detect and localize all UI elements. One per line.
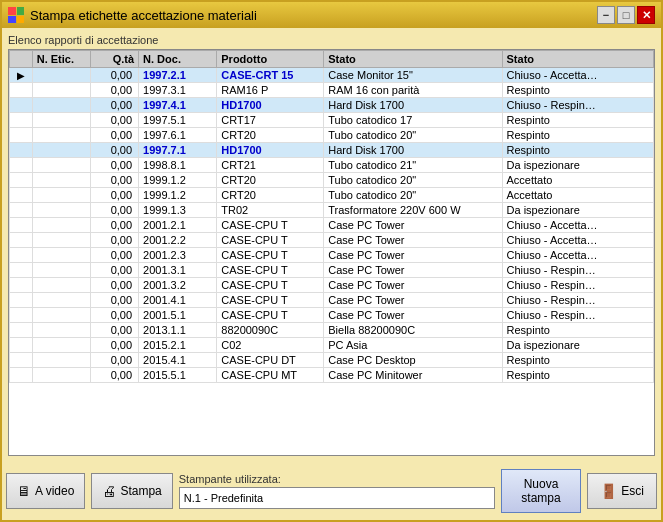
cell-qta: 0,00: [91, 218, 139, 233]
cell-qta: 0,00: [91, 353, 139, 368]
table-row[interactable]: 0,002001.3.1CASE-CPU TCase PC TowerChius…: [10, 263, 654, 278]
cell-prodotto: CASE-CRT 15: [217, 68, 324, 83]
cell-desc: Tubo catodico 21": [324, 158, 502, 173]
cell-qta: 0,00: [91, 188, 139, 203]
cell-stato: Chiuso - Accetta…: [502, 218, 653, 233]
table-row[interactable]: 0,001999.1.2CRT20Tubo catodico 20"Accett…: [10, 173, 654, 188]
table-row[interactable]: 0,002001.2.1CASE-CPU TCase PC TowerChius…: [10, 218, 654, 233]
table-row[interactable]: 0,001999.1.3TR02Trasformatore 220V 600 W…: [10, 203, 654, 218]
cell-stato: Respinto: [502, 353, 653, 368]
cell-desc: Case PC Tower: [324, 248, 502, 263]
cell-stato: Chiuso - Accetta…: [502, 248, 653, 263]
cell-stato: Chiuso - Respin…: [502, 263, 653, 278]
cell-netic: [32, 143, 90, 158]
cell-netic: [32, 218, 90, 233]
cell-ndoc: 2015.5.1: [139, 368, 217, 383]
table-row[interactable]: ▶0,001997.2.1CASE-CRT 15Case Monitor 15"…: [10, 68, 654, 83]
row-marker: [10, 128, 33, 143]
cell-qta: 0,00: [91, 323, 139, 338]
table-row[interactable]: 0,002015.2.1C02PC AsiaDa ispezionare: [10, 338, 654, 353]
row-marker: [10, 278, 33, 293]
title-buttons: − □ ✕: [597, 6, 655, 24]
cell-prodotto: C02: [217, 338, 324, 353]
table-wrapper[interactable]: N. Etic. Q.tà N. Doc. Prodotto Stato Sta…: [9, 50, 654, 455]
cell-desc: Case PC Tower: [324, 233, 502, 248]
cell-prodotto: CASE-CPU T: [217, 233, 324, 248]
table-row[interactable]: 0,001997.3.1RAM16 PRAM 16 con paritàResp…: [10, 83, 654, 98]
table-row[interactable]: 0,001999.1.2CRT20Tubo catodico 20"Accett…: [10, 188, 654, 203]
table-row[interactable]: 0,002001.2.3CASE-CPU TCase PC TowerChius…: [10, 248, 654, 263]
table-row[interactable]: 0,002001.5.1CASE-CPU TCase PC TowerChius…: [10, 308, 654, 323]
cell-netic: [32, 128, 90, 143]
table-row[interactable]: 0,001997.5.1CRT17Tubo catodico 17Respint…: [10, 113, 654, 128]
cell-qta: 0,00: [91, 293, 139, 308]
row-marker: [10, 188, 33, 203]
table-row[interactable]: 0,001997.6.1CRT20Tubo catodico 20"Respin…: [10, 128, 654, 143]
minimize-button[interactable]: −: [597, 6, 615, 24]
a-video-label: A video: [35, 484, 74, 498]
row-marker: [10, 353, 33, 368]
a-video-button[interactable]: 🖥 A video: [6, 473, 85, 509]
cell-stato: Respinto: [502, 323, 653, 338]
row-marker: [10, 113, 33, 128]
table-row[interactable]: 0,002001.2.2CASE-CPU TCase PC TowerChius…: [10, 233, 654, 248]
table-row[interactable]: 0,002001.4.1CASE-CPU TCase PC TowerChius…: [10, 293, 654, 308]
cell-desc: Case PC Tower: [324, 293, 502, 308]
cell-qta: 0,00: [91, 143, 139, 158]
table-row[interactable]: 0,001998.8.1CRT21Tubo catodico 21"Da isp…: [10, 158, 654, 173]
cell-netic: [32, 353, 90, 368]
cell-ndoc: 1999.1.2: [139, 188, 217, 203]
cell-qta: 0,00: [91, 68, 139, 83]
cell-prodotto: HD1700: [217, 143, 324, 158]
nuova-stampa-label: Nuovastampa: [521, 477, 560, 505]
col-header-desc: Stato: [324, 51, 502, 68]
cell-qta: 0,00: [91, 248, 139, 263]
cell-ndoc: 2001.2.3: [139, 248, 217, 263]
cell-qta: 0,00: [91, 308, 139, 323]
cell-qta: 0,00: [91, 368, 139, 383]
cell-prodotto: CASE-CPU T: [217, 278, 324, 293]
cell-netic: [32, 368, 90, 383]
table-row[interactable]: 0,002001.3.2CASE-CPU TCase PC TowerChius…: [10, 278, 654, 293]
cell-stato: Respinto: [502, 368, 653, 383]
cell-prodotto: CASE-CPU T: [217, 218, 324, 233]
cell-qta: 0,00: [91, 128, 139, 143]
cell-qta: 0,00: [91, 203, 139, 218]
cell-ndoc: 2001.4.1: [139, 293, 217, 308]
table-row[interactable]: 0,002015.4.1CASE-CPU DTCase PC DesktopRe…: [10, 353, 654, 368]
row-marker: [10, 98, 33, 113]
printer-input[interactable]: [179, 487, 495, 509]
close-button[interactable]: ✕: [637, 6, 655, 24]
maximize-button[interactable]: □: [617, 6, 635, 24]
row-marker: [10, 323, 33, 338]
cell-netic: [32, 98, 90, 113]
cell-qta: 0,00: [91, 263, 139, 278]
cell-stato: Chiuso - Respin…: [502, 308, 653, 323]
cell-desc: Tubo catodico 20": [324, 128, 502, 143]
table-row[interactable]: 0,001997.7.1HD1700Hard Disk 1700Respinto: [10, 143, 654, 158]
footer: 🖥 A video 🖨 Stampa Stampante utilizzata:…: [2, 460, 661, 520]
table-row[interactable]: 0,002015.5.1CASE-CPU MTCase PC Minitower…: [10, 368, 654, 383]
cell-ndoc: 1997.5.1: [139, 113, 217, 128]
cell-stato: Respinto: [502, 83, 653, 98]
cell-desc: Tubo catodico 17: [324, 113, 502, 128]
cell-desc: Tubo catodico 20": [324, 188, 502, 203]
row-marker: [10, 158, 33, 173]
cell-netic: [32, 248, 90, 263]
cell-qta: 0,00: [91, 113, 139, 128]
cell-stato: Accettato: [502, 188, 653, 203]
cell-prodotto: CRT20: [217, 128, 324, 143]
table-row[interactable]: 0,002013.1.188200090CBiella 88200090CRes…: [10, 323, 654, 338]
cell-desc: Tubo catodico 20": [324, 173, 502, 188]
row-marker: [10, 233, 33, 248]
cell-stato: Da ispezionare: [502, 203, 653, 218]
section-label: Elenco rapporti di accettazione: [8, 34, 655, 46]
table-row[interactable]: 0,001997.4.1HD1700Hard Disk 1700Chiuso -…: [10, 98, 654, 113]
row-marker: [10, 218, 33, 233]
cell-ndoc: 1998.8.1: [139, 158, 217, 173]
cell-ndoc: 2001.3.1: [139, 263, 217, 278]
stampa-button[interactable]: 🖨 Stampa: [91, 473, 172, 509]
esci-button[interactable]: 🚪 Esci: [587, 473, 657, 509]
nuova-stampa-button[interactable]: Nuovastampa: [501, 469, 581, 513]
row-marker: [10, 83, 33, 98]
